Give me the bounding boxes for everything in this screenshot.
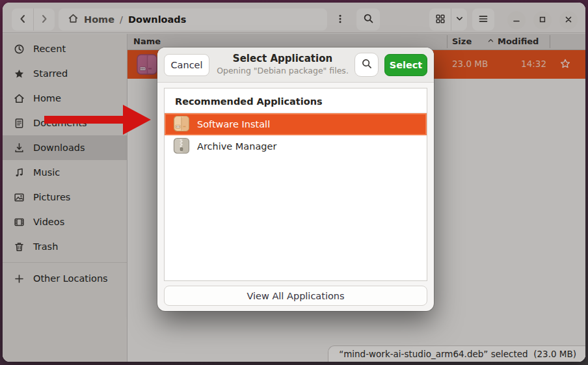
dialog-title: Select Application <box>216 53 349 64</box>
app-row-software-install[interactable]: Software Install <box>165 113 427 135</box>
dialog-header: Cancel Select Application Opening "Debia… <box>157 47 434 83</box>
section-header: Recommended Applications <box>165 88 427 113</box>
application-list: Recommended Applications Software Instal… <box>164 88 427 281</box>
dialog-search-button[interactable] <box>354 53 379 77</box>
cancel-button[interactable]: Cancel <box>164 54 209 76</box>
select-button[interactable]: Select <box>384 54 427 76</box>
app-row-archive-manager[interactable]: Archive Manager <box>165 135 427 157</box>
archive-manager-icon <box>173 137 190 156</box>
app-name: Software Install <box>197 119 270 129</box>
search-icon <box>361 58 373 72</box>
software-install-icon <box>173 115 190 134</box>
select-application-dialog: Cancel Select Application Opening "Debia… <box>157 47 434 311</box>
view-all-applications-button[interactable]: View All Applications <box>164 286 427 306</box>
app-name: Archive Manager <box>197 141 276 152</box>
dialog-subtitle: Opening "Debian package" files. <box>216 66 349 75</box>
